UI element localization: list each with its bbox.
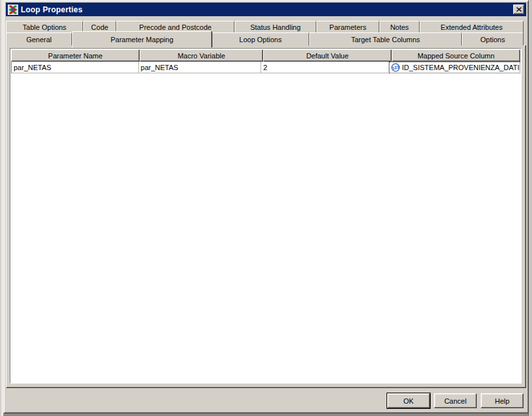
column-header-default-value[interactable]: Default Value [263,49,392,62]
parameter-mapping-panel: Parameter Name Macro Variable Default Va… [6,45,526,388]
help-button[interactable]: Help [481,393,524,408]
loop-transform-icon [8,5,18,15]
table-row: par_NETAS par_NETAS 2 123 ID_SISTEMA_PRO… [11,62,520,73]
close-button[interactable] [513,5,524,14]
loop-properties-dialog: Loop Properties Table Options Code Preco… [3,0,529,413]
window-title: Loop Properties [21,5,82,14]
table-header-row: Parameter Name Macro Variable Default Va… [11,49,520,62]
column-header-macro-variable[interactable]: Macro Variable [140,49,263,62]
mapped-source-column-text: ID_SISTEMA_PROVENIENZA_DATI [402,64,520,71]
tab-options[interactable]: Options [462,32,524,45]
tab-target-table-columns[interactable]: Target Table Columns [309,32,462,45]
tab-table-options[interactable]: Table Options [6,21,83,33]
tab-status-handling[interactable]: Status Handling [234,21,316,33]
tab-loop-options[interactable]: Loop Options [212,32,309,45]
cell-macro-variable[interactable]: par_NETAS [139,62,262,73]
cell-parameter-name[interactable]: par_NETAS [11,62,139,73]
panel-content-area: Parameter Name Macro Variable Default Va… [10,48,522,384]
cell-default-value[interactable]: 2 [261,62,389,73]
cancel-button[interactable]: Cancel [434,393,477,408]
tab-extended-attributes[interactable]: Extended Attributes [420,21,524,33]
tab-parameter-mapping[interactable]: Parameter Mapping [72,31,212,47]
tab-general[interactable]: General [6,32,72,45]
title-bar: Loop Properties [6,3,526,16]
tab-strip-front: General Parameter Mapping Loop Options T… [6,32,524,45]
tab-parameters[interactable]: Parameters [316,21,379,33]
cell-mapped-source-column[interactable]: 123 ID_SISTEMA_PROVENIENZA_DATI [389,62,520,73]
tab-notes[interactable]: Notes [379,21,420,33]
column-header-mapped-source-column[interactable]: Mapped Source Column [392,49,520,62]
numeric-column-icon: 123 [391,63,400,72]
close-icon [516,7,522,12]
parameter-mapping-table: Parameter Name Macro Variable Default Va… [11,49,520,73]
column-header-parameter-name[interactable]: Parameter Name [11,49,140,62]
ok-button[interactable]: OK [387,393,430,408]
